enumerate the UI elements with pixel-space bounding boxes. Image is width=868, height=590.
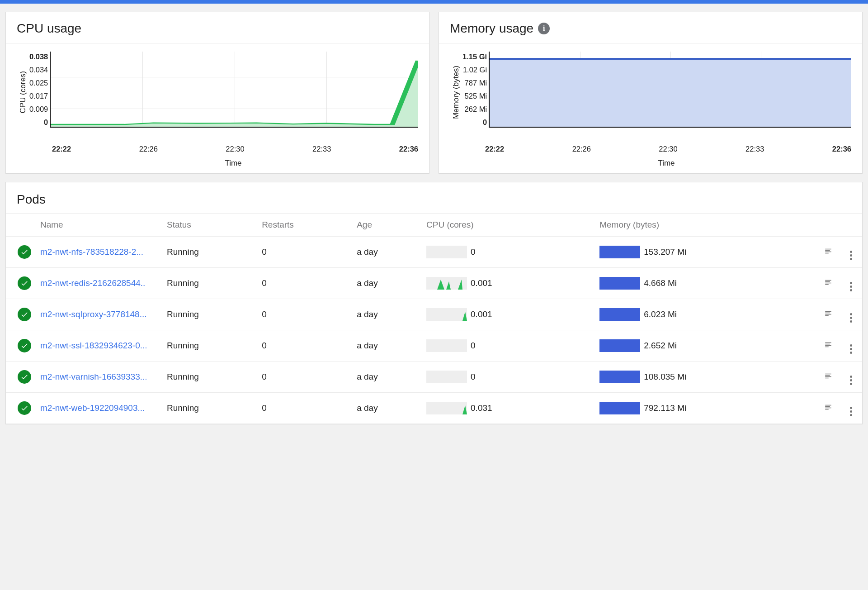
pod-restarts: 0 (257, 362, 352, 393)
cpu-x-axis-label: Time (48, 159, 418, 168)
mem-y-axis-label: Memory (bytes) (450, 66, 462, 119)
pod-link[interactable]: m2-nwt-web-1922094903... (40, 403, 145, 413)
table-row: m2-nwt-web-1922094903... Running 0 a day… (6, 393, 862, 424)
logs-icon[interactable] (823, 279, 833, 288)
pod-status: Running (162, 393, 257, 424)
xtick: 22:26 (572, 145, 591, 153)
ytick: 0 (483, 118, 487, 127)
memory-usage-card: Memory usage i Memory (bytes) 1.15 Gi 1.… (439, 12, 863, 174)
memory-bar (599, 402, 640, 414)
more-menu-icon[interactable] (850, 399, 852, 411)
pod-age: a day (352, 330, 422, 362)
pod-cpu-value: 0 (471, 372, 476, 382)
pod-cpu-value: 0 (471, 247, 476, 257)
mem-chart-body: Memory (bytes) 1.15 Gi 1.02 Gi 787 Mi 52… (439, 43, 862, 173)
logs-icon[interactable] (823, 372, 833, 382)
table-row: m2-nwt-redis-2162628544.. Running 0 a da… (6, 268, 862, 299)
pod-status: Running (162, 330, 257, 362)
xtick: 22:36 (399, 145, 418, 153)
cpu-card-title: CPU usage (17, 21, 81, 36)
pod-status: Running (162, 268, 257, 299)
pod-memory-value: 4.668 Mi (644, 278, 677, 288)
pod-status: Running (162, 299, 257, 330)
table-row: m2-nwt-nfs-783518228-2... Running 0 a da… (6, 237, 862, 268)
more-menu-icon[interactable] (850, 337, 852, 349)
xtick: 22:30 (659, 145, 677, 153)
cpu-chart-body: CPU (cores) 0.038 0.034 0.025 0.017 0.00… (6, 43, 429, 173)
table-row: m2-nwt-varnish-16639333... Running 0 a d… (6, 362, 862, 393)
memory-bar (599, 371, 640, 383)
cpu-usage-card: CPU usage CPU (cores) 0.038 0.034 0.025 … (5, 12, 429, 174)
table-row: m2-nwt-sqlproxy-3778148... Running 0 a d… (6, 299, 862, 330)
pods-header: Pods (6, 182, 862, 214)
mem-card-header: Memory usage i (439, 12, 862, 43)
pod-memory-value: 108.035 Mi (644, 372, 686, 382)
ytick: 1.15 Gi (462, 52, 487, 61)
mem-card-title: Memory usage (450, 21, 533, 36)
pod-link[interactable]: m2-nwt-varnish-16639333... (40, 372, 147, 381)
ytick: 262 Mi (465, 105, 487, 114)
pods-card: Pods Name Status Restarts Age CPU (cores… (5, 182, 863, 424)
ytick: 0.038 (29, 52, 48, 61)
cpu-sparkline (426, 246, 467, 258)
ytick: 0.017 (29, 92, 48, 100)
col-restarts-header[interactable]: Restarts (257, 214, 352, 237)
table-row: m2-nwt-ssl-1832934623-0... Running 0 a d… (6, 330, 862, 362)
more-menu-icon[interactable] (850, 243, 852, 255)
cpu-sparkline (426, 277, 467, 290)
pod-age: a day (352, 393, 422, 424)
pod-link[interactable]: m2-nwt-nfs-783518228-2... (40, 247, 143, 257)
col-memory-header[interactable]: Memory (bytes) (595, 214, 817, 237)
cpu-sparkline (426, 402, 467, 414)
pod-memory-value: 2.652 Mi (644, 341, 677, 351)
col-cpu-header[interactable]: CPU (cores) (422, 214, 595, 237)
pod-cpu-value: 0.001 (471, 278, 492, 288)
xtick: 22:22 (52, 145, 71, 153)
status-ok-icon (18, 308, 31, 321)
pod-link[interactable]: m2-nwt-ssl-1832934623-0... (40, 341, 147, 350)
pod-restarts: 0 (257, 268, 352, 299)
pod-restarts: 0 (257, 393, 352, 424)
status-ok-icon (18, 276, 31, 290)
memory-bar (599, 308, 640, 321)
col-status-header[interactable]: Status (162, 214, 257, 237)
more-menu-icon[interactable] (850, 274, 852, 286)
col-age-header[interactable]: Age (352, 214, 422, 237)
pod-link[interactable]: m2-nwt-redis-2162628544.. (40, 278, 145, 288)
logs-icon[interactable] (823, 310, 833, 319)
status-ok-icon (18, 339, 31, 352)
pod-link[interactable]: m2-nwt-sqlproxy-3778148... (40, 309, 147, 319)
cpu-y-ticks: 0.038 0.034 0.025 0.017 0.009 0 (29, 52, 50, 127)
status-ok-icon (18, 245, 31, 259)
col-name-header[interactable]: Name (36, 214, 162, 237)
ytick: 0.025 (29, 79, 48, 87)
xtick: 22:30 (226, 145, 244, 153)
xtick: 22:36 (832, 145, 851, 153)
cpu-x-ticks: 22:22 22:26 22:30 22:33 22:36 (52, 145, 418, 153)
info-icon[interactable]: i (538, 23, 550, 34)
pod-restarts: 0 (257, 237, 352, 268)
pod-cpu-value: 0 (471, 341, 476, 351)
xtick: 22:26 (139, 145, 158, 153)
logs-icon[interactable] (823, 341, 833, 351)
pod-status: Running (162, 362, 257, 393)
pods-table: Name Status Restarts Age CPU (cores) Mem… (6, 214, 862, 424)
xtick: 22:33 (745, 145, 764, 153)
cpu-sparkline (426, 339, 467, 352)
charts-row: CPU usage CPU (cores) 0.038 0.034 0.025 … (0, 4, 868, 182)
pod-cpu-value: 0.031 (471, 403, 492, 413)
ytick: 787 Mi (465, 79, 487, 87)
pod-memory-value: 792.113 Mi (644, 403, 686, 413)
ytick: 1.02 Gi (463, 66, 487, 74)
pod-age: a day (352, 268, 422, 299)
more-menu-icon[interactable] (850, 305, 852, 318)
mem-x-axis-label: Time (481, 159, 851, 168)
more-menu-icon[interactable] (850, 368, 852, 380)
logs-icon[interactable] (823, 247, 833, 257)
logs-icon[interactable] (823, 404, 833, 413)
mem-plot (489, 52, 851, 128)
cpu-y-axis-label: CPU (cores) (17, 71, 29, 114)
ytick: 0 (44, 118, 48, 127)
ytick: 0.009 (29, 105, 48, 114)
pod-age: a day (352, 362, 422, 393)
